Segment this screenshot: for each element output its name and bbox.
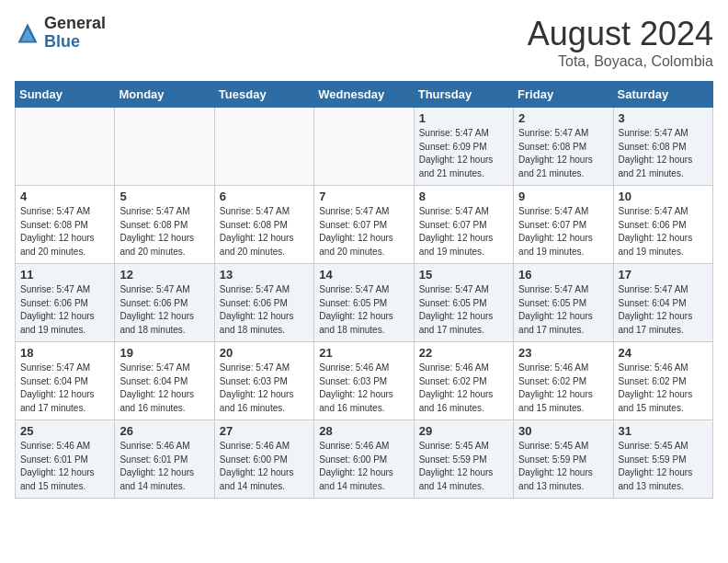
calendar-cell: 25Sunrise: 5:46 AM Sunset: 6:01 PM Dayli… [16, 420, 115, 499]
calendar-cell: 16Sunrise: 5:47 AM Sunset: 6:05 PM Dayli… [514, 264, 613, 342]
calendar-cell: 14Sunrise: 5:47 AM Sunset: 6:05 PM Dayli… [314, 264, 414, 342]
day-number: 22 [419, 346, 508, 360]
day-info: Sunrise: 5:45 AM Sunset: 5:59 PM Dayligh… [419, 440, 508, 493]
day-number: 6 [220, 190, 309, 203]
day-info: Sunrise: 5:47 AM Sunset: 6:07 PM Dayligh… [419, 205, 508, 259]
day-info: Sunrise: 5:47 AM Sunset: 6:03 PM Dayligh… [220, 362, 309, 415]
location-text: Tota, Boyaca, Colombia [528, 53, 713, 70]
calendar-cell: 28Sunrise: 5:46 AM Sunset: 6:00 PM Dayli… [314, 420, 414, 499]
column-header-saturday: Saturday [613, 82, 712, 108]
logo-general-text: General [44, 14, 106, 32]
day-number: 14 [319, 268, 408, 282]
calendar-week-row: 25Sunrise: 5:46 AM Sunset: 6:01 PM Dayli… [16, 420, 713, 499]
column-header-monday: Monday [115, 82, 214, 108]
title-block: August 2024 Tota, Boyaca, Colombia [528, 15, 713, 70]
calendar-cell: 29Sunrise: 5:45 AM Sunset: 5:59 PM Dayli… [414, 420, 513, 499]
calendar-header-row: SundayMondayTuesdayWednesdayThursdayFrid… [16, 82, 713, 108]
logo-icon [15, 20, 40, 46]
calendar-cell: 4Sunrise: 5:47 AM Sunset: 6:08 PM Daylig… [16, 186, 115, 264]
column-header-sunday: Sunday [16, 82, 115, 108]
day-info: Sunrise: 5:47 AM Sunset: 6:04 PM Dayligh… [119, 362, 209, 415]
day-number: 19 [119, 346, 209, 360]
day-info: Sunrise: 5:45 AM Sunset: 5:59 PM Dayligh… [518, 440, 608, 493]
calendar-cell: 15Sunrise: 5:47 AM Sunset: 6:05 PM Dayli… [414, 264, 513, 342]
calendar-cell: 9Sunrise: 5:47 AM Sunset: 6:07 PM Daylig… [514, 186, 613, 264]
day-number: 12 [119, 268, 209, 282]
day-number: 11 [20, 268, 109, 282]
day-info: Sunrise: 5:47 AM Sunset: 6:04 PM Dayligh… [619, 283, 708, 337]
day-info: Sunrise: 5:47 AM Sunset: 6:06 PM Dayligh… [619, 205, 708, 259]
day-number: 13 [220, 268, 309, 282]
day-info: Sunrise: 5:47 AM Sunset: 6:08 PM Dayligh… [220, 205, 309, 259]
day-number: 26 [119, 424, 209, 438]
day-number: 30 [518, 424, 608, 438]
day-number: 21 [319, 346, 408, 360]
day-info: Sunrise: 5:47 AM Sunset: 6:08 PM Dayligh… [119, 205, 209, 259]
calendar-table: SundayMondayTuesdayWednesdayThursdayFrid… [15, 81, 713, 499]
month-title: August 2024 [528, 15, 713, 53]
calendar-cell: 2Sunrise: 5:47 AM Sunset: 6:08 PM Daylig… [514, 108, 613, 186]
calendar-cell: 5Sunrise: 5:47 AM Sunset: 6:08 PM Daylig… [115, 186, 214, 264]
day-number: 10 [619, 190, 708, 203]
day-info: Sunrise: 5:47 AM Sunset: 6:05 PM Dayligh… [518, 283, 608, 337]
day-number: 16 [518, 268, 608, 282]
logo: General Blue [15, 15, 106, 52]
day-info: Sunrise: 5:47 AM Sunset: 6:08 PM Dayligh… [619, 127, 708, 180]
day-info: Sunrise: 5:47 AM Sunset: 6:08 PM Dayligh… [20, 205, 109, 259]
calendar-cell: 10Sunrise: 5:47 AM Sunset: 6:06 PM Dayli… [613, 186, 712, 264]
calendar-cell: 19Sunrise: 5:47 AM Sunset: 6:04 PM Dayli… [115, 342, 214, 420]
day-info: Sunrise: 5:46 AM Sunset: 6:01 PM Dayligh… [20, 440, 109, 493]
day-info: Sunrise: 5:46 AM Sunset: 6:00 PM Dayligh… [319, 440, 408, 493]
day-number: 20 [220, 346, 309, 360]
column-header-tuesday: Tuesday [214, 82, 313, 108]
day-number: 23 [518, 346, 608, 360]
day-number: 8 [419, 190, 508, 203]
day-info: Sunrise: 5:47 AM Sunset: 6:05 PM Dayligh… [419, 283, 508, 337]
calendar-cell: 8Sunrise: 5:47 AM Sunset: 6:07 PM Daylig… [414, 186, 513, 264]
calendar-cell: 30Sunrise: 5:45 AM Sunset: 5:59 PM Dayli… [514, 420, 613, 499]
logo-blue-text: Blue [44, 32, 80, 51]
day-number: 3 [619, 111, 708, 125]
day-info: Sunrise: 5:47 AM Sunset: 6:07 PM Dayligh… [518, 205, 608, 259]
calendar-week-row: 18Sunrise: 5:47 AM Sunset: 6:04 PM Dayli… [16, 342, 713, 420]
calendar-cell: 12Sunrise: 5:47 AM Sunset: 6:06 PM Dayli… [115, 264, 214, 342]
calendar-cell [115, 108, 214, 186]
calendar-week-row: 1Sunrise: 5:47 AM Sunset: 6:09 PM Daylig… [16, 108, 713, 186]
calendar-cell: 23Sunrise: 5:46 AM Sunset: 6:02 PM Dayli… [514, 342, 613, 420]
calendar-cell: 31Sunrise: 5:45 AM Sunset: 5:59 PM Dayli… [613, 420, 712, 499]
day-info: Sunrise: 5:46 AM Sunset: 6:02 PM Dayligh… [619, 362, 708, 415]
day-info: Sunrise: 5:45 AM Sunset: 5:59 PM Dayligh… [619, 440, 708, 493]
calendar-cell: 26Sunrise: 5:46 AM Sunset: 6:01 PM Dayli… [115, 420, 214, 499]
calendar-cell: 24Sunrise: 5:46 AM Sunset: 6:02 PM Dayli… [613, 342, 712, 420]
day-number: 28 [319, 424, 408, 438]
calendar-cell: 21Sunrise: 5:46 AM Sunset: 6:03 PM Dayli… [314, 342, 414, 420]
day-number: 1 [419, 111, 508, 125]
calendar-cell [16, 108, 115, 186]
calendar-cell: 6Sunrise: 5:47 AM Sunset: 6:08 PM Daylig… [214, 186, 313, 264]
calendar-cell: 20Sunrise: 5:47 AM Sunset: 6:03 PM Dayli… [214, 342, 313, 420]
calendar-cell: 13Sunrise: 5:47 AM Sunset: 6:06 PM Dayli… [214, 264, 313, 342]
day-number: 5 [119, 190, 209, 203]
day-number: 2 [518, 111, 608, 125]
day-info: Sunrise: 5:46 AM Sunset: 6:02 PM Dayligh… [518, 362, 608, 415]
day-number: 9 [518, 190, 608, 203]
calendar-cell: 1Sunrise: 5:47 AM Sunset: 6:09 PM Daylig… [414, 108, 513, 186]
column-header-friday: Friday [514, 82, 613, 108]
day-number: 29 [419, 424, 508, 438]
logo-text: General Blue [44, 15, 106, 52]
day-info: Sunrise: 5:47 AM Sunset: 6:06 PM Dayligh… [220, 283, 309, 337]
day-info: Sunrise: 5:47 AM Sunset: 6:06 PM Dayligh… [119, 283, 209, 337]
calendar-cell: 27Sunrise: 5:46 AM Sunset: 6:00 PM Dayli… [214, 420, 313, 499]
calendar-cell: 17Sunrise: 5:47 AM Sunset: 6:04 PM Dayli… [613, 264, 712, 342]
calendar-cell [214, 108, 313, 186]
calendar-cell: 22Sunrise: 5:46 AM Sunset: 6:02 PM Dayli… [414, 342, 513, 420]
day-number: 4 [20, 190, 109, 203]
day-number: 24 [619, 346, 708, 360]
calendar-cell: 3Sunrise: 5:47 AM Sunset: 6:08 PM Daylig… [613, 108, 712, 186]
day-info: Sunrise: 5:47 AM Sunset: 6:09 PM Dayligh… [419, 127, 508, 180]
day-number: 7 [319, 190, 408, 203]
day-info: Sunrise: 5:47 AM Sunset: 6:05 PM Dayligh… [319, 283, 408, 337]
calendar-week-row: 4Sunrise: 5:47 AM Sunset: 6:08 PM Daylig… [16, 186, 713, 264]
day-number: 31 [619, 424, 708, 438]
day-number: 27 [220, 424, 309, 438]
